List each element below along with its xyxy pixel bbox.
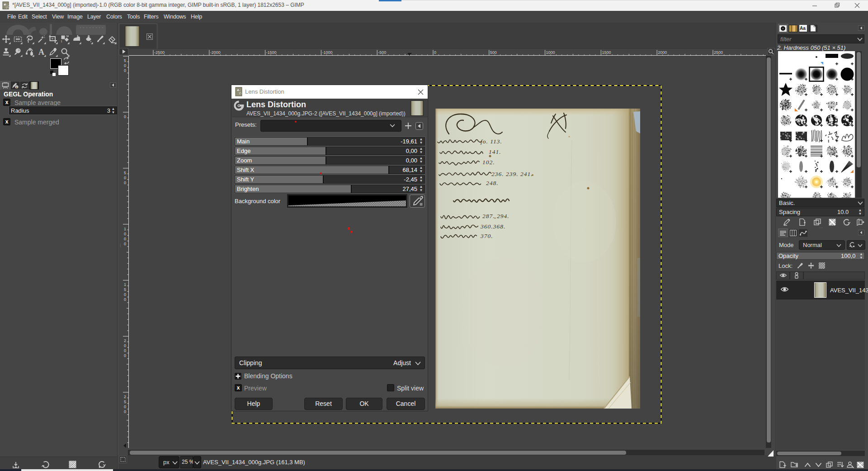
svg-text:0: 0 xyxy=(124,176,126,180)
svg-text:1: 1 xyxy=(124,227,126,231)
svg-text:0: 0 xyxy=(124,68,126,73)
svg-text:5: 5 xyxy=(124,400,126,404)
svg-text:-1000: -1000 xyxy=(322,50,332,55)
svg-text:fo. 113.: fo. 113. xyxy=(481,138,502,145)
svg-text:0: 0 xyxy=(124,409,126,414)
svg-text:248.: 248. xyxy=(486,180,499,186)
svg-text:0: 0 xyxy=(434,50,436,55)
svg-text:0: 0 xyxy=(124,343,126,348)
svg-text:141.: 141. xyxy=(489,148,501,155)
svg-text:370.: 370. xyxy=(480,233,493,239)
svg-text:-500: -500 xyxy=(378,50,386,55)
svg-text:Aa: Aa xyxy=(800,26,806,31)
svg-text:2: 2 xyxy=(124,395,126,399)
svg-text:0: 0 xyxy=(124,232,126,236)
svg-text:0: 0 xyxy=(124,404,126,409)
svg-text:0: 0 xyxy=(124,114,126,119)
svg-text:0: 0 xyxy=(124,348,126,353)
svg-text:0: 0 xyxy=(124,292,126,297)
svg-text:102.: 102. xyxy=(482,159,495,166)
svg-text:1: 1 xyxy=(124,282,126,287)
svg-text:2: 2 xyxy=(124,338,126,343)
svg-text:0: 0 xyxy=(124,237,126,241)
svg-text:i: i xyxy=(16,86,17,89)
svg-text:-2000: -2000 xyxy=(210,50,221,55)
svg-text:5: 5 xyxy=(124,287,126,292)
svg-text:1000: 1000 xyxy=(546,50,555,55)
svg-text:5: 5 xyxy=(124,58,126,63)
svg-text:t: t xyxy=(61,39,62,43)
svg-text:1500: 1500 xyxy=(602,50,611,55)
svg-text:360.368.: 360.368. xyxy=(480,223,505,230)
svg-text:2000: 2000 xyxy=(658,50,667,55)
svg-text:-1500: -1500 xyxy=(266,50,277,55)
svg-text:287. 294.: 287. 294. xyxy=(482,213,509,219)
svg-text:500: 500 xyxy=(490,50,497,55)
svg-text:236. 239. 241.: 236. 239. 241. xyxy=(491,171,533,177)
svg-text:0: 0 xyxy=(124,181,126,185)
svg-text:-2500: -2500 xyxy=(154,50,165,55)
svg-text:0: 0 xyxy=(124,353,126,358)
svg-text:2500: 2500 xyxy=(714,50,723,55)
svg-text:0: 0 xyxy=(124,242,126,246)
svg-text:0: 0 xyxy=(124,63,126,68)
svg-text:0: 0 xyxy=(124,297,126,302)
svg-text:5: 5 xyxy=(124,171,126,175)
